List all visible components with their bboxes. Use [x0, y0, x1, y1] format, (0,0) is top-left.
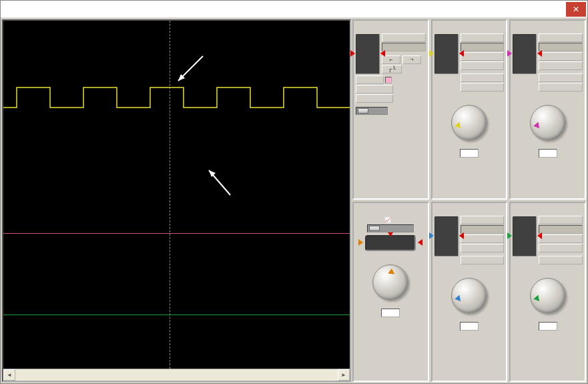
titlebar: ✕ [1, 1, 587, 18]
ch-b-ptr-r-icon [459, 232, 464, 240]
cursors-button[interactable] [356, 94, 393, 103]
trigger-source-slider[interactable] [356, 107, 388, 115]
horizontal-scrollbar[interactable]: ◄ ► [3, 369, 350, 381]
trigger-panel: ⌐¬ ┌└ [352, 19, 429, 200]
channel-a-trace [3, 87, 350, 108]
level-pointer-right-icon [380, 50, 385, 58]
ch-a-ab-button[interactable] [461, 83, 505, 91]
horiz-timebase-value[interactable] [381, 309, 400, 317]
ch-a-dc-button[interactable] [461, 43, 505, 51]
ch-a-ptr-r-icon [459, 50, 464, 58]
ch-b-ac-button[interactable] [461, 216, 505, 224]
ch-d-off-button[interactable] [539, 244, 583, 252]
ch-b-dc-button[interactable] [461, 225, 505, 234]
control-panels: ⌐¬ ┌└ [352, 19, 586, 382]
body: // grid drawn below via JS after data lo… [1, 18, 587, 383]
horizontal-title [356, 205, 426, 214]
ch-c-cd-button[interactable] [539, 83, 583, 91]
ch-c-ptr-l-icon [507, 50, 512, 58]
channel-a-title [434, 23, 505, 32]
level-pointer-left-icon [350, 50, 355, 58]
scope-area: // grid drawn below via JS after data lo… [2, 19, 351, 382]
ch-c-position-wheel[interactable] [513, 34, 537, 74]
trigger-ac-button[interactable] [382, 33, 426, 42]
ch-b-invert-button[interactable] [461, 256, 505, 264]
ch-d-ac-button[interactable] [539, 216, 583, 224]
ch-a-gnd-button[interactable] [461, 52, 505, 61]
trigger-title [356, 23, 426, 32]
ch-a-gain-knob[interactable] [439, 94, 499, 149]
ch-c-ac-button[interactable] [539, 33, 583, 42]
ch-d-dc-button[interactable] [539, 225, 583, 234]
ch-d-gain-knob[interactable] [518, 267, 578, 322]
horiz-ptr-l-icon [358, 239, 363, 247]
scope-canvas[interactable]: // grid drawn below via JS after data lo… [3, 21, 350, 369]
ch-b-ptr-l-icon [429, 232, 434, 240]
arrow-nano1-icon [173, 53, 206, 87]
ch-d-invert-button[interactable] [539, 256, 583, 264]
ch-c-gnd-button[interactable] [539, 52, 583, 61]
channel-b-title [434, 205, 505, 214]
channel-d-panel [509, 202, 586, 382]
scroll-right-button[interactable]: ► [338, 369, 350, 381]
horizontal-panel: 📈 [352, 202, 429, 382]
ch-c-gain-knob[interactable] [518, 94, 578, 149]
ch-c-ptr-r-icon [537, 50, 542, 58]
close-button[interactable]: ✕ [566, 2, 586, 17]
ch-d-ptr-r-icon [537, 232, 542, 240]
channel-d-title [513, 205, 583, 214]
trigger-dc-button[interactable] [382, 43, 426, 51]
ch-a-off-button[interactable] [461, 61, 505, 70]
ch-a-invert-button[interactable] [461, 73, 505, 82]
ch-b-off-button[interactable] [461, 244, 505, 252]
falling-edge-button[interactable]: ¬ [402, 55, 421, 64]
oneshot-button[interactable] [356, 85, 393, 93]
ch-b-gain-knob[interactable] [439, 267, 499, 322]
ch-d-position-wheel[interactable] [513, 216, 537, 256]
ch-b-gnd-button[interactable] [461, 234, 505, 243]
trigger-level-wheel[interactable] [356, 34, 380, 74]
scroll-left-button[interactable]: ◄ [3, 369, 15, 381]
scope-mode-icon: 📈 [384, 217, 391, 223]
horiz-ptr-r-icon [418, 239, 422, 247]
auto-button[interactable] [356, 75, 384, 84]
ch-a-ac-button[interactable] [461, 33, 505, 42]
horiz-ptr-top-icon [388, 230, 393, 238]
ch-d-gain-value[interactable] [539, 322, 557, 331]
horiz-source-row: 📈 [356, 217, 426, 223]
arrow-nano2-icon [204, 165, 237, 200]
oscilloscope-window: ✕ // grid drawn below via JS after data … [0, 0, 588, 384]
auto-led-icon [385, 77, 392, 83]
horiz-timebase-knob[interactable] [360, 254, 420, 309]
edge-mode-button[interactable]: ┌└ [382, 65, 402, 73]
channel-c-panel [509, 19, 586, 200]
ch-d-gnd-button[interactable] [539, 234, 583, 243]
channel-b-panel [431, 202, 508, 382]
ch-b-position-wheel[interactable] [434, 216, 459, 256]
ch-c-gain-value[interactable] [539, 149, 557, 158]
channel-c-title [513, 23, 583, 32]
ch-c-invert-button[interactable] [539, 73, 583, 82]
ch-a-ptr-l-icon [429, 50, 434, 58]
channel-a-panel [431, 19, 508, 200]
ch-c-off-button[interactable] [539, 61, 583, 70]
ch-c-dc-button[interactable] [539, 43, 583, 51]
ch-d-ptr-l-icon [507, 232, 512, 240]
ch-b-gain-value[interactable] [460, 322, 479, 331]
ch-a-gain-value[interactable] [460, 149, 479, 158]
scroll-track[interactable] [15, 369, 338, 381]
ch-a-position-wheel[interactable] [434, 34, 459, 74]
